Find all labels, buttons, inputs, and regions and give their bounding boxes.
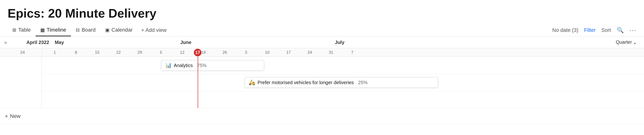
month-may: May [55,40,64,45]
month-june: June [180,40,192,45]
tab-timeline[interactable]: ▦ Timeline [36,24,71,36]
day-label-today: 17 [194,49,202,56]
month-april: April 2022 [19,40,49,45]
quarter-selector[interactable]: Quarter ⌄ [616,40,637,45]
board-icon: ⊟ [76,27,80,33]
no-date-label: No date (3) [552,27,578,33]
page-wrapper: Epics: 20 Minute Delivery ⊞ Table ▦ Time… [0,0,644,124]
day-label: 29 [138,50,142,55]
tab-board-label: Board [82,27,96,33]
filter-button[interactable]: Filter [584,27,596,33]
task-bar-motorised[interactable]: 🛵Prefer motorised vehicles for longer de… [245,77,438,88]
tab-timeline-label: Timeline [47,27,66,33]
tab-table[interactable]: ⊞ Table [8,24,36,36]
expand-icon[interactable]: » [2,40,9,45]
task-percent-motorised: 25% [358,80,368,85]
task-label-analytics: Analytics [174,63,193,68]
day-label: 24 [308,50,312,55]
page-title: Epics: 20 Minute Delivery [0,0,644,24]
search-icon[interactable]: 🔍 [617,27,624,34]
day-label: 15 [95,50,100,55]
day-label: 8 [75,50,77,55]
month-july: July [335,40,344,45]
day-label: 24 [20,50,25,55]
day-label: 1 [54,50,56,55]
tab-calendar-label: Calendar [112,27,133,33]
add-view-label: + Add view [141,27,166,33]
tabs-bar: ⊞ Table ▦ Timeline ⊟ Board ▣ Calendar + … [0,24,644,36]
quarter-label: Quarter [616,40,632,45]
today-line [198,57,198,108]
new-plus-icon: + [5,113,8,119]
tabs-left: ⊞ Table ▦ Timeline ⊟ Board ▣ Calendar + … [8,24,170,36]
timeline-icon: ▦ [40,27,45,33]
table-icon: ⊞ [12,27,16,33]
more-options-button[interactable]: ··· [630,26,636,34]
day-label: 17 [286,50,291,55]
day-label: 12 [180,50,184,55]
new-row[interactable]: + New [0,108,644,124]
sidebar-panel [0,57,42,108]
task-percent-analytics: 75% [197,63,207,68]
day-label: 19 [201,50,206,55]
timeline-container: » April 2022 May June July Quarter ⌄ 241… [0,36,644,124]
quarter-chevron-icon: ⌄ [633,40,637,45]
new-button-label: New [10,113,20,119]
day-label: 22 [116,50,121,55]
add-view-button[interactable]: + Add view [138,24,170,36]
day-label: 26 [222,50,227,55]
task-emoji-analytics: 📊 [165,62,172,68]
tab-table-label: Table [18,27,31,33]
day-label: 31 [329,50,334,55]
task-bar-analytics[interactable]: 📊Analytics75% [161,60,264,71]
calendar-icon: ▣ [105,27,110,33]
tab-board[interactable]: ⊟ Board [71,24,100,36]
tab-calendar[interactable]: ▣ Calendar [100,24,138,36]
sort-button[interactable]: Sort [601,27,611,33]
tabs-right: No date (3) Filter Sort 🔍 ··· [552,26,636,34]
day-label: 10 [265,50,270,55]
days-row: 24181522295121719263101724317 [0,48,644,57]
day-label: 5 [160,50,162,55]
task-label-motorised: Prefer motorised vehicles for longer del… [258,80,354,85]
day-label: 7 [351,50,353,55]
gantt-rows: 📊Analytics75%🛵Prefer motorised vehicles … [0,57,644,108]
task-emoji-motorised: 🛵 [249,79,255,86]
day-label: 3 [245,50,247,55]
months-row: » April 2022 May June July Quarter ⌄ [0,36,644,48]
